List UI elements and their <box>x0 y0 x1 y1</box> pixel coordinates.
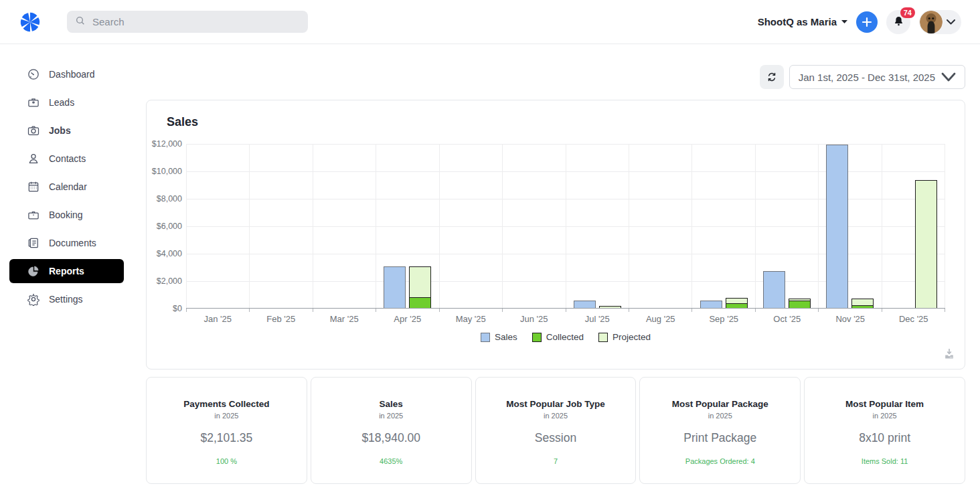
y-tick-label: $0 <box>173 304 182 313</box>
date-range-selector[interactable]: Jan 1st, 2025 - Dec 31st, 2025 <box>789 65 965 89</box>
sidebar-item-jobs[interactable]: Jobs <box>9 118 124 143</box>
x-tick-label: May '25 <box>439 314 503 324</box>
user-menu[interactable] <box>919 10 961 34</box>
sidebar-item-label: Reports <box>49 266 84 276</box>
sales-chart: $12,000$10,000$8,000$6,000$4,000$2,000$0… <box>147 144 965 342</box>
sales-chart-card: Sales $12,000$10,000$8,000$6,000$4,000$2… <box>146 100 965 370</box>
stat-value: $2,101.35 <box>147 431 307 445</box>
stat-value: $18,940.00 <box>311 431 471 445</box>
sidebar-item-reports[interactable]: Reports <box>9 259 124 283</box>
report-controls: Jan 1st, 2025 - Dec 31st, 2025 <box>146 65 965 89</box>
stat-value: Print Package <box>640 431 800 445</box>
y-tick-label: $10,000 <box>152 167 182 176</box>
bar-collected <box>409 297 431 308</box>
sidebar-item-calendar[interactable]: Calendar <box>9 175 124 199</box>
bar-sales <box>574 301 596 308</box>
month-column <box>439 144 502 308</box>
month-column <box>755 144 818 308</box>
legend-swatch <box>481 333 490 342</box>
stat-card: Most Popular Itemin 20258x10 printItems … <box>804 377 965 484</box>
month-column <box>566 144 629 308</box>
sidebar-item-leads[interactable]: Leads <box>9 90 124 114</box>
account-switcher[interactable]: ShootQ as Maria <box>758 16 847 27</box>
legend-label: Sales <box>495 332 517 342</box>
month-column <box>186 144 249 308</box>
chart-legend: SalesCollectedProjected <box>186 332 945 342</box>
sidebar-item-documents[interactable]: Documents <box>9 231 124 255</box>
x-tick-label: Nov '25 <box>819 314 882 324</box>
search-field[interactable] <box>91 15 300 28</box>
documents-icon <box>27 236 40 250</box>
bar-collected <box>726 303 748 308</box>
sidebar-item-label: Settings <box>49 294 83 305</box>
stat-footnote: 7 <box>476 457 636 465</box>
y-tick-label: $2,000 <box>157 276 182 286</box>
month-column <box>313 144 376 308</box>
stat-footnote: Packages Ordered: 4 <box>640 457 800 465</box>
account-label: ShootQ as Maria <box>758 16 837 27</box>
stat-card: Most Popular Job Typein 2025Session7 <box>475 377 637 484</box>
bar-collected <box>789 301 811 308</box>
stat-subtitle: in 2025 <box>805 412 965 420</box>
stat-title: Most Popular Package <box>640 399 800 409</box>
month-column <box>818 144 881 308</box>
sidebar-item-dashboard[interactable]: Dashboard <box>9 62 124 86</box>
caret-down-icon <box>841 20 847 24</box>
x-tick-label: Feb '25 <box>250 314 313 324</box>
x-tick-label: Sep '25 <box>692 314 756 324</box>
x-tick-label: Aug '25 <box>629 314 693 324</box>
search-icon <box>75 15 86 29</box>
leads-icon <box>27 96 40 109</box>
sidebar-item-settings[interactable]: Settings <box>9 287 124 311</box>
sidebar-item-label: Calendar <box>49 181 87 192</box>
legend-swatch <box>598 333 608 342</box>
notifications-button[interactable]: 74 <box>886 10 910 34</box>
sidebar-item-booking[interactable]: Booking <box>9 203 124 227</box>
chevron-down-icon <box>941 72 956 82</box>
chevron-down-icon <box>947 19 955 25</box>
legend-label: Collected <box>546 332 584 342</box>
search-input[interactable] <box>67 11 308 33</box>
x-tick-label: Apr '25 <box>376 314 440 324</box>
calendar-icon <box>27 180 40 193</box>
x-axis-labels: Jan '25Feb '25Mar '25Apr '25May '25Jun '… <box>186 314 945 324</box>
camera-icon <box>27 124 40 137</box>
stat-subtitle: in 2025 <box>640 412 800 420</box>
bar-projected <box>726 298 748 303</box>
add-button[interactable] <box>856 11 878 33</box>
stat-title: Payments Collected <box>147 399 307 409</box>
refresh-icon <box>766 71 778 83</box>
sidebar-item-label: Contacts <box>49 153 86 164</box>
stat-subtitle: in 2025 <box>311 412 471 420</box>
month-column <box>376 144 438 308</box>
stat-title: Most Popular Item <box>805 399 965 409</box>
bar-projected <box>599 306 621 308</box>
stat-footnote: 4635% <box>311 457 471 465</box>
sidebar-item-label: Booking <box>49 210 83 220</box>
x-tick-label: Oct '25 <box>756 314 819 324</box>
sidebar-item-label: Documents <box>49 238 96 248</box>
month-column <box>629 144 691 308</box>
sidebar-item-label: Leads <box>49 97 74 108</box>
refresh-button[interactable] <box>760 65 784 89</box>
sidebar-nav: DashboardLeadsJobsContactsCalendarBookin… <box>0 62 134 311</box>
stat-footnote: 100 % <box>147 457 307 465</box>
plot-area <box>186 144 945 309</box>
stat-value: 8x10 print <box>805 431 965 445</box>
month-column <box>502 144 565 308</box>
month-column <box>249 144 312 308</box>
plus-icon <box>862 17 872 27</box>
y-tick-label: $12,000 <box>152 139 182 149</box>
stat-subtitle: in 2025 <box>476 412 636 420</box>
bar-projected <box>915 180 937 308</box>
download-icon[interactable] <box>943 349 955 362</box>
x-tick-label: Jun '25 <box>503 314 566 324</box>
sidebar-item-contacts[interactable]: Contacts <box>9 147 124 171</box>
y-tick-label: $4,000 <box>157 249 182 258</box>
bar-projected <box>409 266 431 297</box>
date-range-label: Jan 1st, 2025 - Dec 31st, 2025 <box>799 72 935 83</box>
bar-sales <box>700 301 722 308</box>
stat-card: Salesin 2025$18,940.004635% <box>311 377 472 484</box>
sidebar-item-label: Jobs <box>49 125 71 136</box>
y-tick-label: $8,000 <box>157 194 182 203</box>
